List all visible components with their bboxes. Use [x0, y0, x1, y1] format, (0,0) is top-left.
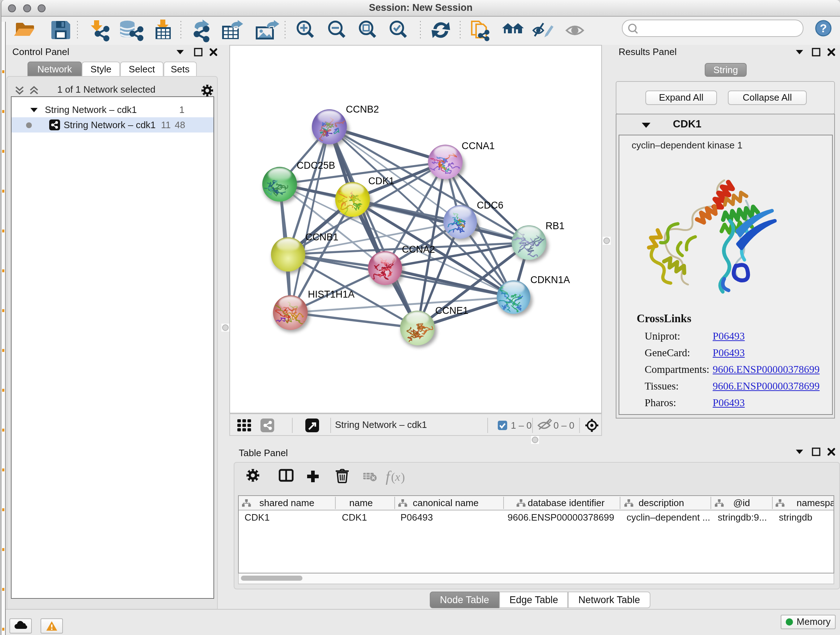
- svg-text:CCNE1: CCNE1: [435, 305, 469, 316]
- svg-text:CCNB1: CCNB1: [305, 232, 339, 242]
- svg-text:HIST1H1A: HIST1H1A: [308, 289, 355, 300]
- svg-text:CDK1: CDK1: [368, 176, 394, 187]
- svg-text:canonical name: canonical name: [413, 497, 478, 508]
- svg-text:shared name: shared name: [259, 497, 314, 508]
- svg-text:CCNA1: CCNA1: [462, 141, 495, 151]
- svg-text:0 – 0: 0 – 0: [554, 420, 575, 431]
- svg-text:CDC6: CDC6: [477, 200, 504, 211]
- svg-text:CCNA2: CCNA2: [402, 244, 435, 255]
- svg-text:?: ?: [820, 22, 827, 35]
- svg-text:x: x: [395, 470, 400, 483]
- svg-text:CDKN1A: CDKN1A: [531, 274, 570, 285]
- svg-text:description: description: [638, 497, 684, 508]
- svg-text:namespac: namespac: [797, 497, 834, 508]
- svg-text:CCNB2: CCNB2: [346, 104, 379, 115]
- svg-text:@id: @id: [733, 497, 750, 508]
- svg-text:): ): [401, 470, 405, 484]
- svg-text:(: (: [391, 470, 395, 484]
- svg-text:name: name: [349, 497, 373, 508]
- svg-text:database identifier: database identifier: [528, 497, 605, 508]
- svg-text:RB1: RB1: [546, 220, 565, 231]
- svg-text:1 – 0: 1 – 0: [511, 420, 532, 431]
- svg-text:CDC25B: CDC25B: [297, 160, 335, 171]
